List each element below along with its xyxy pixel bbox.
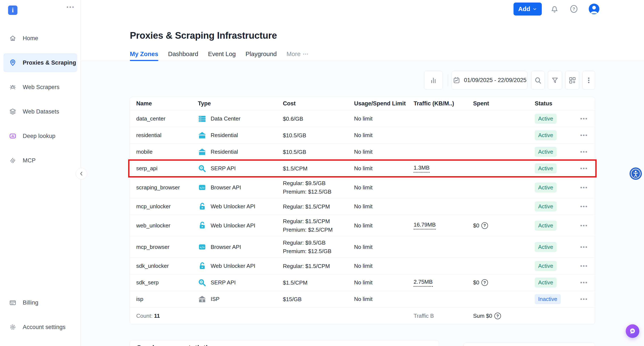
sidebar-menu-dots-icon[interactable] — [67, 6, 74, 8]
svg-text:$: $ — [201, 299, 203, 302]
row-actions-menu[interactable] — [580, 187, 595, 188]
row-actions-menu[interactable] — [580, 168, 595, 169]
zone-type: Web Unlocker API — [198, 221, 283, 230]
zone-row-data_center[interactable]: data_centerData Center$0.6/GBNo limitAct… — [130, 110, 595, 127]
row-actions-menu[interactable] — [580, 206, 595, 207]
zone-type-label: ISP — [211, 296, 220, 302]
zone-usage-limit: No limit — [354, 279, 414, 286]
zone-cost: $15/GB — [283, 295, 354, 304]
chevron-left-icon — [79, 171, 84, 176]
tab-event-log[interactable]: Event Log — [208, 50, 236, 61]
search-button[interactable] — [531, 71, 545, 90]
row-actions-menu[interactable] — [580, 246, 595, 248]
zone-type-label: Data Center — [211, 116, 240, 122]
zone-type: $ISP — [198, 295, 283, 304]
date-range-picker[interactable]: 01/09/2025 - 22/09/2025 — [452, 71, 527, 90]
zone-name: mobile — [130, 148, 198, 155]
status-badge: Inactive — [535, 294, 561, 304]
sidebar-item-label: Web Datasets — [23, 108, 59, 115]
row-actions-menu[interactable] — [580, 225, 595, 226]
sidebar-item-web-datasets[interactable]: Web Datasets — [4, 102, 77, 121]
zone-traffic-value[interactable]: 2.75MB — [414, 279, 433, 287]
zone-name: sdk_unlocker — [130, 263, 198, 269]
zone-spent-value: $0 — [473, 279, 479, 286]
tab-label: More — [286, 50, 300, 58]
zone-usage-limit: No limit — [354, 184, 414, 191]
tab-playground[interactable]: Playground — [246, 50, 277, 61]
tab-label: Dashboard — [168, 50, 198, 58]
chat-widget-button[interactable] — [626, 324, 639, 338]
zone-status: Active — [535, 182, 580, 192]
sidebar-item-label: MCP — [23, 157, 36, 164]
zone-row-mcp_unlocker[interactable]: mcp_unlockerWeb Unlocker APIRegular: $1.… — [130, 198, 595, 215]
sidebar-item-mcp[interactable]: MCP — [4, 151, 77, 170]
zone-usage-limit: No limit — [354, 263, 414, 269]
accessibility-icon — [630, 168, 642, 180]
zone-row-scraping_browser[interactable]: scraping_browser</>Browser APIRegular: $… — [130, 176, 595, 198]
row-actions-menu[interactable] — [580, 134, 595, 136]
tab-my-zones[interactable]: My Zones — [130, 50, 158, 61]
row-actions-menu[interactable] — [580, 298, 595, 300]
search-icon — [534, 76, 542, 84]
ai-badge-icon: AI — [9, 132, 16, 140]
columns-settings-button[interactable] — [565, 71, 580, 90]
accessibility-widget-button[interactable] — [630, 168, 642, 180]
sidebar-item-web-scrapers[interactable]: Web Scrapers — [4, 78, 77, 96]
zone-row-mcp_browser[interactable]: mcp_browser</>Browser APIRegular: $9.5/G… — [130, 236, 595, 258]
user-avatar[interactable] — [589, 4, 599, 14]
zone-status: Inactive — [535, 294, 580, 304]
tab-more[interactable]: More — [286, 50, 308, 61]
zone-traffic-value[interactable]: 1.3MB — [414, 164, 430, 172]
zone-traffic-value[interactable]: 16.79MB — [414, 222, 436, 230]
zone-row-residential[interactable]: residentialResidential$10.5/GBNo limitAc… — [130, 127, 595, 144]
column-header-name: Name — [130, 100, 198, 107]
zone-spent: $0? — [473, 222, 535, 229]
help-icon[interactable]: ? — [568, 4, 580, 14]
status-badge: Active — [535, 242, 557, 252]
zone-row-mobile[interactable]: mobileResidential$10.5/GBNo limitActive — [130, 144, 595, 160]
filter-funnel-icon — [551, 76, 559, 84]
sum-help-icon[interactable]: ? — [494, 313, 501, 319]
column-header-status: Status — [535, 100, 580, 107]
zone-row-sdk_serp[interactable]: sdk_serpSERP API$1.5/CPMNo limit2.75MB$0… — [130, 274, 595, 291]
spider-icon — [9, 84, 16, 91]
row-count: Count: 11 — [130, 313, 198, 319]
sidebar-item-label: Web Scrapers — [23, 84, 60, 90]
sidebar-item-proxies-scraping[interactable]: Proxies & Scraping — [4, 53, 77, 72]
filter-button[interactable] — [548, 71, 562, 90]
chat-bubble-icon — [628, 327, 637, 335]
unlocker-padlock-icon — [198, 202, 206, 211]
zone-row-isp[interactable]: isp$ISP$15/GBNo limitInactive — [130, 291, 595, 307]
statistics-toggle-button[interactable] — [424, 71, 443, 90]
svg-text:</>: </> — [200, 246, 205, 249]
table-menu-button[interactable] — [582, 71, 595, 90]
zone-name: scraping_browser — [130, 184, 198, 191]
zone-row-sdk_unlocker[interactable]: sdk_unlockerWeb Unlocker APIRegular: $1.… — [130, 258, 595, 274]
sidebar-collapse-button[interactable] — [76, 168, 87, 180]
row-actions-menu[interactable] — [580, 118, 595, 120]
sidebar-item-home[interactable]: Home — [4, 29, 77, 48]
add-button[interactable]: Add — [514, 2, 542, 16]
zone-cost: $1.5/CPM — [283, 278, 354, 287]
zone-row-web_unlocker[interactable]: web_unlockerWeb Unlocker APIRegular: $1.… — [130, 215, 595, 236]
column-header-cost: Cost — [283, 100, 354, 107]
spent-help-icon[interactable]: ? — [482, 222, 488, 229]
row-actions-menu[interactable] — [580, 265, 595, 267]
sidebar-item-billing[interactable]: Billing — [4, 293, 77, 312]
spent-help-icon[interactable]: ? — [482, 279, 488, 286]
tab-label: Playground — [246, 50, 277, 58]
zone-row-serp_api[interactable]: serp_apiSERP API$1.5/CPMNo limit1.3MBAct… — [130, 160, 595, 176]
notifications-bell-icon[interactable] — [549, 4, 560, 14]
sidebar-item-deep-lookup[interactable]: AIDeep lookup — [4, 127, 77, 145]
row-actions-menu[interactable] — [580, 151, 595, 152]
serp-api-icon — [198, 278, 206, 287]
sidebar-item-label: Billing — [23, 300, 38, 306]
zone-status: Active — [535, 278, 580, 288]
status-badge: Active — [535, 114, 557, 124]
tab-dashboard[interactable]: Dashboard — [168, 50, 198, 61]
row-actions-menu[interactable] — [580, 282, 595, 283]
brand-logo[interactable]: i — [8, 6, 18, 15]
unlocker-padlock-icon — [198, 221, 206, 230]
zone-type: SERP API — [198, 164, 283, 173]
sidebar-item-account-settings[interactable]: Account settings — [4, 318, 77, 336]
